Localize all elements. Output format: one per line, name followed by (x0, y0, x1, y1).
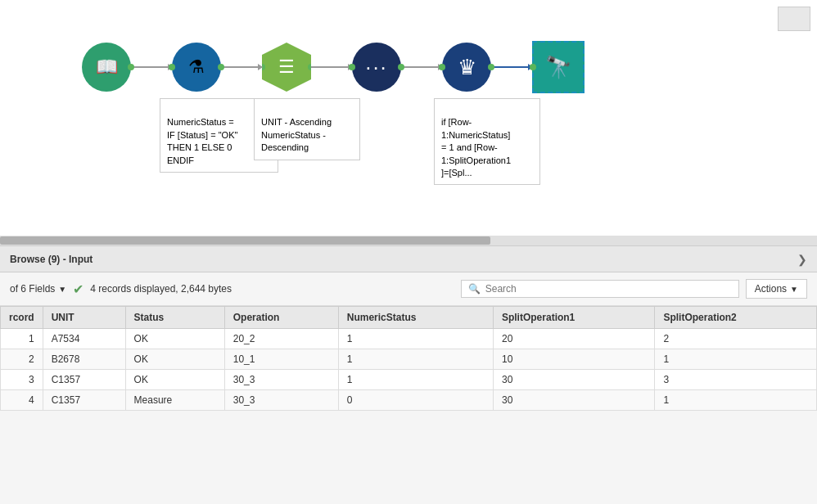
canvas-scrollbar[interactable] (0, 236, 817, 245)
cell-num: 1 (1, 329, 43, 349)
cell-status: Measure (125, 390, 224, 411)
cell-numeric-status: 1 (338, 349, 493, 370)
col-record[interactable]: rcord (1, 307, 43, 329)
corner-box (778, 7, 810, 31)
cell-split-op1: 10 (493, 349, 655, 370)
cell-split-op1: 30 (493, 390, 655, 411)
bottom-panel: Browse (9) - Input ❯ of 6 Fields ▼ ✔ 4 r… (0, 245, 817, 504)
connector-2 (221, 66, 262, 68)
table-row[interactable]: 2 B2678 OK 10_1 1 10 1 (1, 349, 817, 370)
cell-num: 2 (1, 349, 43, 370)
col-numeric-status[interactable]: NumericStatus (338, 307, 493, 329)
tooltip-condition: if [Row- 1:NumericStatus] = 1 and [Row- … (434, 98, 540, 185)
col-split-op2[interactable]: SplitOperation2 (655, 307, 817, 329)
workflow-nodes: 📖 ⚗ NumericStatus = IF [Status] = "OK" T… (82, 41, 585, 93)
cell-split-op2: 2 (655, 329, 817, 349)
col-operation[interactable]: Operation (224, 307, 338, 329)
search-input[interactable] (485, 283, 732, 295)
connector-1 (131, 66, 172, 68)
cell-unit: C1357 (43, 390, 125, 411)
col-status[interactable]: Status (125, 307, 224, 329)
cell-numeric-status: 1 (338, 329, 493, 349)
check-icon: ✔ (73, 281, 84, 297)
table-container[interactable]: rcord UNIT Status Operation NumericStatu… (0, 306, 817, 411)
canvas-scroll-thumb[interactable] (0, 236, 490, 245)
cell-numeric-status: 1 (338, 370, 493, 390)
table-header-row: rcord UNIT Status Operation NumericStatu… (1, 307, 817, 329)
node-dots[interactable]: ··· (352, 43, 401, 92)
cell-unit: A7534 (43, 329, 125, 349)
cell-numeric-status: 0 (338, 390, 493, 411)
node-browse[interactable]: 🔭 (532, 41, 585, 93)
cell-split-op2: 1 (655, 390, 817, 411)
actions-button[interactable]: Actions ▼ (746, 279, 807, 299)
cell-split-op2: 1 (655, 349, 817, 370)
node-list[interactable]: ☰ UNIT - Ascending NumericStatus - Desce… (262, 43, 311, 92)
cell-num: 4 (1, 390, 43, 411)
table-row[interactable]: 3 C1357 OK 30_3 1 30 3 (1, 370, 817, 390)
fields-dropdown[interactable]: of 6 Fields ▼ (10, 283, 66, 295)
cell-split-op2: 3 (655, 370, 817, 390)
connector-4 (401, 66, 442, 68)
cell-unit: C1357 (43, 370, 125, 390)
fields-label: of 6 Fields (10, 283, 55, 295)
cell-num: 3 (1, 370, 43, 390)
connector-5 (491, 66, 532, 68)
panel-header: Browse (9) - Input ❯ (0, 246, 817, 272)
toolbar: of 6 Fields ▼ ✔ 4 records displayed, 2,6… (0, 272, 817, 306)
col-split-op1[interactable]: SplitOperation1 (493, 307, 655, 329)
cell-status: OK (125, 349, 224, 370)
connector-3 (311, 66, 352, 68)
cell-operation: 10_1 (224, 349, 338, 370)
cell-operation: 30_3 (224, 390, 338, 411)
table-body: 1 A7534 OK 20_2 1 20 2 2 B2678 OK 10_1 1… (1, 329, 817, 411)
records-info: 4 records displayed, 2,644 bytes (90, 283, 454, 295)
node-crown[interactable]: ♛ if [Row- 1:NumericStatus] = 1 and [Row… (442, 43, 491, 92)
data-table: rcord UNIT Status Operation NumericStatu… (0, 306, 817, 411)
panel-close-icon[interactable]: ❯ (797, 253, 807, 266)
cell-split-op1: 30 (493, 370, 655, 390)
col-unit[interactable]: UNIT (43, 307, 125, 329)
search-icon: 🔍 (468, 283, 481, 295)
table-row[interactable]: 1 A7534 OK 20_2 1 20 2 (1, 329, 817, 349)
cell-status: OK (125, 370, 224, 390)
cell-unit: B2678 (43, 349, 125, 370)
tooltip-sort: UNIT - Ascending NumericStatus - Descend… (254, 98, 360, 160)
cell-status: OK (125, 329, 224, 349)
panel-title: Browse (9) - Input (10, 254, 93, 265)
node-book[interactable]: 📖 (82, 43, 131, 92)
actions-dropdown-icon: ▼ (790, 285, 798, 294)
cell-split-op1: 20 (493, 329, 655, 349)
cell-operation: 30_3 (224, 370, 338, 390)
cell-operation: 20_2 (224, 329, 338, 349)
workflow-canvas: 📖 ⚗ NumericStatus = IF [Status] = "OK" T… (0, 0, 817, 245)
node-flask[interactable]: ⚗ NumericStatus = IF [Status] = "OK" THE… (172, 43, 221, 92)
table-row[interactable]: 4 C1357 Measure 30_3 0 30 1 (1, 390, 817, 411)
search-box[interactable]: 🔍 (461, 280, 739, 298)
dropdown-arrow: ▼ (58, 285, 66, 294)
actions-label: Actions (755, 283, 787, 295)
